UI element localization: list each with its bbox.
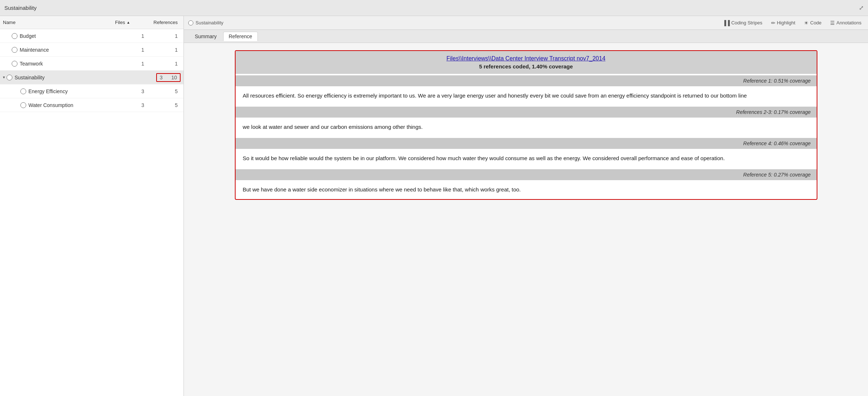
row-label-sustainability: Sustainability bbox=[15, 75, 156, 80]
column-headers: Name Files ▲ References bbox=[0, 16, 184, 29]
radio-energy-efficiency[interactable] bbox=[20, 88, 26, 94]
highlight-button[interactable]: ✏ Highlight bbox=[769, 19, 798, 27]
sort-arrow-icon: ▲ bbox=[126, 20, 130, 24]
sustainability-files: 3 bbox=[160, 75, 163, 80]
ref5-header: Reference 5: 0.27% coverage bbox=[236, 169, 817, 180]
row-files-maintenance: 1 bbox=[115, 47, 144, 53]
col-name-header: Name bbox=[3, 20, 115, 25]
highlight-icon: ✏ bbox=[771, 20, 776, 26]
row-label-teamwork: Teamwork bbox=[20, 61, 115, 67]
tab-reference[interactable]: Reference bbox=[223, 32, 258, 41]
radio-sustainability[interactable] bbox=[7, 75, 12, 80]
row-files-energy-efficiency: 3 bbox=[115, 88, 144, 94]
radio-budget[interactable] bbox=[12, 33, 17, 39]
radio-maintenance[interactable] bbox=[12, 47, 17, 53]
row-refs-budget: 1 bbox=[144, 33, 181, 39]
row-label-water-consumption: Water Consumption bbox=[28, 102, 115, 108]
code-icon: ☀ bbox=[804, 20, 809, 26]
tree-items: Budget 1 1 Maintenance 1 1 Teamwork 1 1 bbox=[0, 29, 184, 396]
expand-icon[interactable]: ⤢ bbox=[859, 4, 864, 11]
left-panel: Name Files ▲ References Budget 1 1 Maint… bbox=[0, 16, 184, 396]
chevron-down-icon: ▾ bbox=[3, 75, 5, 80]
tree-row-sustainability[interactable]: ▾ Sustainability 3 10 bbox=[0, 71, 184, 84]
source-radio[interactable] bbox=[188, 20, 193, 25]
reference-card: Files\\Interviews\\Data Center Interview… bbox=[235, 50, 817, 200]
sustainability-numbers-box: 3 10 bbox=[156, 73, 181, 82]
tree-row-energy-efficiency[interactable]: Energy Efficiency 3 5 bbox=[0, 84, 184, 98]
main-layout: Name Files ▲ References Budget 1 1 Maint… bbox=[0, 16, 868, 396]
col-files-header: Files ▲ bbox=[115, 20, 144, 25]
tab-summary[interactable]: Summary bbox=[190, 32, 222, 41]
radio-water-consumption[interactable] bbox=[20, 102, 26, 108]
row-refs-water-consumption: 5 bbox=[144, 102, 181, 108]
row-refs-maintenance: 1 bbox=[144, 47, 181, 53]
content-area: Files\\Interviews\\Data Center Interview… bbox=[184, 43, 868, 396]
row-files-teamwork: 1 bbox=[115, 61, 144, 67]
right-toolbar: Sustainability ▐▐ Coding Stripes ✏ Highl… bbox=[184, 16, 868, 30]
ref2-3-header: References 2-3: 0.17% coverage bbox=[236, 107, 817, 118]
row-label-maintenance: Maintenance bbox=[20, 47, 115, 53]
annotations-button[interactable]: ☰ Annotations bbox=[828, 19, 864, 27]
source-label: Sustainability bbox=[196, 20, 224, 25]
coding-stripes-button[interactable]: ▐▐ Coding Stripes bbox=[721, 19, 765, 27]
row-label-energy-efficiency: Energy Efficiency bbox=[28, 88, 115, 94]
row-files-budget: 1 bbox=[115, 33, 144, 39]
ref1-text: All resources efficient. So energy effic… bbox=[236, 86, 817, 105]
col-references-header: References bbox=[144, 20, 181, 25]
tree-row-maintenance[interactable]: Maintenance 1 1 bbox=[0, 43, 184, 57]
row-label-budget: Budget bbox=[20, 33, 115, 39]
ref4-header: Reference 4: 0.46% coverage bbox=[236, 138, 817, 149]
ref2-3-text: we look at water and sewer and our carbo… bbox=[236, 118, 817, 136]
code-button[interactable]: ☀ Code bbox=[802, 19, 824, 27]
right-panel: Sustainability ▐▐ Coding Stripes ✏ Highl… bbox=[184, 16, 868, 396]
row-refs-teamwork: 1 bbox=[144, 61, 181, 67]
row-refs-energy-efficiency: 5 bbox=[144, 88, 181, 94]
tree-row-budget[interactable]: Budget 1 1 bbox=[0, 29, 184, 43]
source-row: Sustainability bbox=[188, 20, 224, 25]
top-bar-title: Sustainability bbox=[4, 5, 36, 11]
radio-teamwork[interactable] bbox=[12, 61, 17, 67]
row-files-water-consumption: 3 bbox=[115, 102, 144, 108]
coding-stripes-icon: ▐▐ bbox=[723, 20, 730, 26]
ref-card-header: Files\\Interviews\\Data Center Interview… bbox=[236, 51, 817, 74]
tabs-bar: Summary Reference bbox=[184, 30, 868, 43]
ref1-header: Reference 1: 0.51% coverage bbox=[236, 75, 817, 86]
file-subtitle: 5 references coded, 1.40% coverage bbox=[243, 63, 809, 70]
annotations-icon: ☰ bbox=[830, 20, 835, 26]
file-link[interactable]: Files\\Interviews\\Data Center Interview… bbox=[243, 55, 809, 62]
ref4-text: So it would be how reliable would the sy… bbox=[236, 149, 817, 168]
tree-row-water-consumption[interactable]: Water Consumption 3 5 bbox=[0, 98, 184, 112]
tree-row-teamwork[interactable]: Teamwork 1 1 bbox=[0, 57, 184, 71]
ref5-text: But we have done a water side economizer… bbox=[236, 180, 817, 199]
sustainability-refs: 10 bbox=[171, 75, 177, 80]
top-bar: Sustainability ⤢ bbox=[0, 0, 868, 16]
